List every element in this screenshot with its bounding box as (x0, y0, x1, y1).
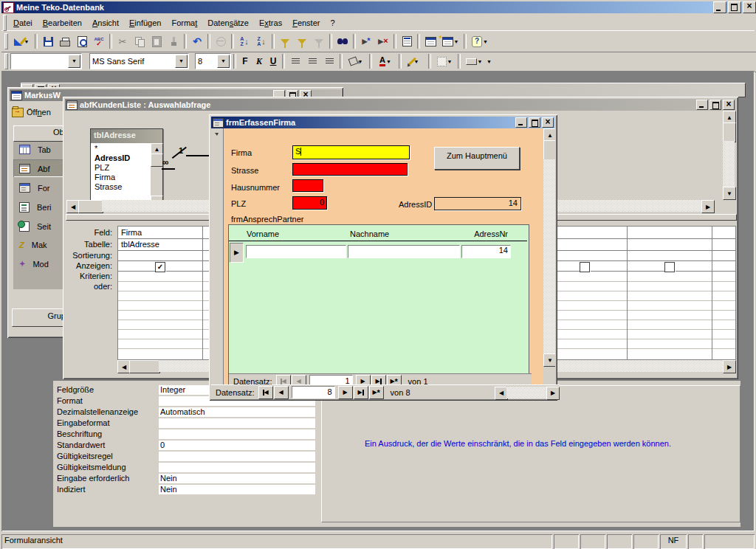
form-nav-first-button[interactable]: ◀ (258, 386, 273, 399)
align-center-button[interactable] (304, 53, 320, 69)
subform-vorname-input[interactable] (246, 245, 346, 258)
subform-nav-last-button[interactable]: ▶ (371, 375, 386, 385)
font-color-button[interactable]: A▼ (374, 53, 396, 69)
sidebar-item-tabellen[interactable]: Tab (19, 145, 51, 154)
sidebar-item-formulare[interactable]: For (19, 183, 50, 193)
property-value-beschriftung[interactable] (159, 429, 315, 439)
form-vscrollbar[interactable]: ▲ ▼ (543, 128, 555, 384)
sort-ascending-button[interactable]: AZ↓ (236, 33, 252, 49)
property-value-standardwert[interactable]: 0 (159, 441, 315, 450)
subform-adressnr-input[interactable]: 14 (461, 245, 511, 258)
property-value-eingabe-erforderlich[interactable]: Nein (159, 474, 315, 483)
line-width-button[interactable]: ▼ (433, 53, 456, 69)
subform-nav-next-button[interactable]: ▶ (356, 375, 371, 385)
italic-button[interactable]: K (252, 53, 266, 69)
properties-button[interactable] (399, 33, 415, 49)
subform-nav-previous-button[interactable]: ◀ (292, 375, 306, 385)
anzeigen-checkbox-col6-unchecked[interactable] (580, 262, 590, 272)
filter-by-form-button[interactable] (294, 33, 310, 49)
help-button[interactable]: ?▼ (469, 33, 491, 49)
sort-descending-button[interactable]: ZA↓ (253, 33, 269, 49)
field-list-caption[interactable]: tblAdresse (91, 129, 162, 143)
app-restore-button[interactable] (728, 1, 741, 13)
align-left-button[interactable] (287, 53, 303, 69)
subform-nav-first-button[interactable]: ◀ (276, 375, 291, 385)
menu-drag-handle[interactable] (3, 15, 7, 31)
menu-datei[interactable]: Datei (8, 16, 38, 30)
form-close-button[interactable] (542, 117, 554, 128)
underline-button[interactable]: U (267, 53, 280, 69)
objects-tab-header[interactable]: Obj (13, 125, 69, 142)
form-nav-new-record-button[interactable]: ▶* (369, 386, 384, 399)
toolbar-options-chevron[interactable]: ▼ (487, 59, 492, 64)
special-effect-button[interactable]: ▼ (463, 53, 485, 69)
menu-einfuegen[interactable]: Einfügen (124, 16, 166, 30)
hyperlink-button[interactable] (213, 33, 229, 49)
form-nav-last-button[interactable]: ▶ (354, 386, 368, 399)
property-value-gueltigkeitsregel[interactable] (159, 452, 315, 461)
align-right-button[interactable] (321, 53, 337, 69)
app-title-bar[interactable]: Meine Teko-Datenbank (1, 1, 756, 13)
form-nav-current-record[interactable]: 8 (292, 386, 335, 398)
query-minimize-button[interactable] (696, 100, 708, 110)
property-value-indiziert[interactable]: Nein (159, 485, 315, 494)
subform-nachname-input[interactable] (348, 245, 460, 258)
form-hscrollbar[interactable]: ◀ ▶ (495, 387, 560, 398)
menu-datensaetze[interactable]: Datensätze (202, 16, 254, 30)
menu-extras[interactable]: Extras (254, 16, 287, 30)
property-value-dezimalstellen[interactable]: Automatisch (159, 407, 315, 417)
hausnummer-input[interactable] (292, 179, 323, 192)
format-painter-button[interactable] (165, 33, 182, 49)
print-preview-button[interactable] (74, 33, 90, 49)
spelling-button[interactable]: ABC✓ (91, 33, 107, 49)
fill-color-button[interactable]: ▼ (345, 53, 367, 69)
grid-cell-feld[interactable]: Firma (121, 228, 142, 237)
query-window-title-bar[interactable]: abfKundenListe : Auswahlabfrage (65, 99, 736, 111)
find-button[interactable] (334, 33, 351, 49)
firma-input[interactable]: S (292, 145, 410, 159)
zum-hauptmenu-button[interactable]: Zum Hauptmenü (434, 147, 520, 170)
anzeigen-checkbox-col7-unchecked[interactable] (664, 262, 675, 272)
menu-fenster[interactable]: Fenster (287, 16, 325, 30)
new-object-button[interactable]: *▼ (439, 33, 461, 49)
line-color-button[interactable]: ▼ (404, 53, 426, 69)
new-record-button[interactable]: ▶* (358, 33, 374, 49)
query-maximize-button[interactable] (709, 100, 721, 110)
anzeigen-checkbox-firma-checked[interactable]: ✓ (155, 262, 165, 272)
object-select-combo[interactable]: ▼ (10, 53, 82, 69)
plz-input[interactable]: 0 (292, 196, 327, 210)
form-window-title-bar[interactable]: frmErfassenFirma (211, 117, 555, 128)
record-selector-bar[interactable] (211, 128, 224, 384)
grid-cell-tabelle[interactable]: tblAdresse (121, 240, 159, 249)
filter-by-selection-button[interactable] (277, 33, 293, 49)
delete-record-button[interactable]: ▶× (375, 33, 391, 49)
save-button[interactable] (40, 33, 56, 49)
form-nav-next-button[interactable]: ▶ (338, 386, 353, 399)
property-value-gueltigkeitsmeldung[interactable] (159, 463, 315, 472)
font-name-combo[interactable]: MS Sans Serif▼ (89, 53, 189, 69)
bold-button[interactable]: F (238, 53, 252, 69)
font-size-combo[interactable]: 8▼ (195, 53, 231, 69)
app-close-button[interactable] (743, 1, 756, 13)
sidebar-item-makros[interactable]: ZMak (19, 241, 47, 249)
apply-filter-button[interactable] (311, 33, 327, 49)
design-view-button[interactable]: ▼ (10, 33, 32, 49)
cut-button[interactable]: ✂ (114, 33, 131, 49)
undo-button[interactable]: ↶ (189, 33, 205, 49)
app-minimize-button[interactable] (713, 1, 726, 13)
strasse-input[interactable] (292, 163, 408, 176)
form-minimize-button[interactable] (515, 117, 527, 128)
adressid-input[interactable]: 14 (434, 197, 521, 210)
paste-button[interactable] (148, 33, 165, 49)
table-pane-vscrollbar[interactable]: ▲ ▼ (723, 111, 735, 199)
subform-record-selector[interactable]: ▶ (230, 243, 244, 263)
menu-hilfe[interactable]: ? (325, 16, 340, 30)
database-window-button[interactable] (422, 33, 439, 49)
field-list-tbladresse[interactable]: tblAdresse * AdressID PLZ Firma Strasse … (90, 128, 163, 208)
open-button[interactable]: Öffnen (27, 108, 51, 117)
sidebar-item-berichte[interactable]: Beri (19, 202, 52, 213)
subform-nav-current-record[interactable]: 1 (309, 375, 353, 384)
query-close-button[interactable] (723, 100, 735, 110)
print-button[interactable] (57, 33, 73, 49)
field-list-scrollbar[interactable]: ▲ ▼ (151, 143, 162, 207)
